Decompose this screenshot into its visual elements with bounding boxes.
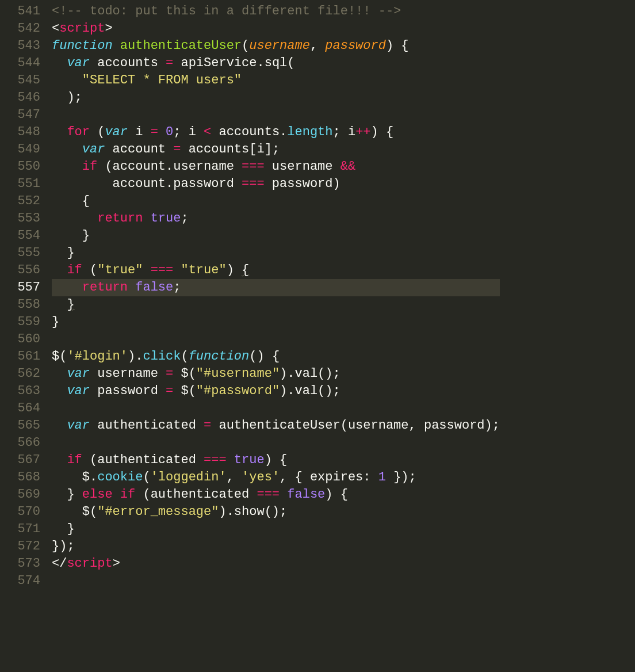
code-token: ) { — [386, 39, 409, 53]
code-line[interactable]: "SELECT * FROM users" — [52, 72, 500, 89]
code-token: "true" — [97, 263, 143, 277]
code-line[interactable]: var authenticated = authenticateUser(use… — [52, 417, 500, 434]
code-token: ); — [52, 90, 82, 105]
code-token: ( — [90, 125, 105, 139]
code-line[interactable]: return true; — [52, 210, 500, 227]
code-token: if — [67, 263, 82, 277]
code-token: { — [242, 263, 249, 277]
code-token: $( — [173, 366, 196, 381]
code-token: apiService.sql( — [173, 56, 294, 70]
code-line[interactable] — [52, 434, 500, 452]
code-token: var — [105, 125, 128, 139]
code-line[interactable] — [52, 572, 500, 590]
line-number: 572 — [0, 538, 40, 555]
code-token: var — [67, 418, 90, 433]
code-token — [173, 263, 181, 277]
code-token — [52, 280, 82, 295]
code-line[interactable]: <script> — [52, 20, 500, 37]
code-line[interactable]: } — [52, 314, 500, 331]
line-number: 548 — [0, 124, 40, 141]
code-token: }); — [386, 470, 416, 484]
line-number: 566 — [0, 434, 40, 452]
code-token — [52, 211, 97, 226]
code-token: (authenticated — [82, 453, 204, 467]
line-number: 552 — [0, 193, 40, 210]
code-line[interactable]: ); — [52, 89, 500, 106]
code-token — [52, 263, 67, 277]
code-line[interactable] — [52, 106, 500, 124]
code-token: </ — [52, 556, 67, 571]
line-number: 567 — [0, 452, 40, 469]
code-token: < — [52, 21, 59, 36]
code-token: === — [242, 159, 265, 174]
code-line[interactable]: $('#login').click(function() { — [52, 348, 500, 365]
code-line[interactable]: } — [52, 296, 500, 314]
line-number: 544 — [0, 55, 40, 72]
code-line[interactable]: function authenticateUser(username, pass… — [52, 37, 500, 55]
code-token: }); — [52, 539, 75, 553]
code-token: } — [52, 315, 59, 329]
code-line[interactable]: if ("true" === "true") { — [52, 262, 500, 279]
code-token — [158, 125, 166, 139]
code-line[interactable]: } — [52, 521, 500, 538]
code-token: ; i — [173, 125, 204, 139]
code-token: "true" — [181, 263, 226, 277]
code-token: } — [52, 246, 75, 260]
code-token: authenticateUser — [120, 39, 242, 53]
code-token: return — [97, 211, 143, 226]
code-line[interactable]: $("#error_message").show(); — [52, 503, 500, 521]
code-line[interactable]: } — [52, 227, 500, 245]
line-number: 571 — [0, 521, 40, 538]
code-line[interactable]: for (var i = 0; i < accounts.length; i++… — [52, 124, 500, 141]
code-token — [52, 366, 67, 381]
code-line[interactable]: return false; — [52, 279, 500, 296]
code-token: } — [67, 297, 74, 312]
code-token — [280, 487, 287, 502]
code-line[interactable] — [52, 331, 500, 348]
code-line[interactable]: $.cookie('loggedin', 'yes', { expires: 1… — [52, 469, 500, 486]
line-number: 558 — [0, 296, 40, 314]
code-line[interactable]: var password = $("#password").val(); — [52, 383, 500, 400]
code-token: accounts — [90, 56, 166, 70]
code-token — [52, 125, 67, 139]
code-line[interactable]: <!-- todo: put this in a different file!… — [52, 3, 500, 20]
code-line[interactable]: { — [52, 193, 500, 210]
code-token: authenticated — [90, 418, 204, 433]
code-token: for — [67, 125, 90, 139]
line-number: 559 — [0, 314, 40, 331]
code-token: ).show(); — [219, 505, 287, 519]
code-line[interactable]: var account = accounts[i]; — [52, 141, 500, 158]
code-token — [143, 263, 150, 277]
code-editor[interactable]: 5415425435445455465475485495505515525535… — [0, 0, 635, 672]
code-token: "#username" — [196, 366, 280, 381]
code-line[interactable] — [52, 400, 500, 417]
code-token: ) — [227, 263, 242, 277]
code-token: if — [67, 453, 82, 467]
code-line[interactable]: var username = $("#username").val(); — [52, 365, 500, 383]
code-line[interactable]: } — [52, 245, 500, 262]
code-line[interactable]: account.password === password) — [52, 175, 500, 193]
code-token: ( — [82, 263, 97, 277]
code-token: () { — [249, 349, 280, 364]
code-token: account.password — [52, 177, 242, 191]
code-line[interactable]: if (account.username === username && — [52, 158, 500, 175]
code-content[interactable]: <!-- todo: put this in a different file!… — [52, 0, 500, 672]
code-token: authenticateUser(username, password); — [211, 418, 500, 433]
code-token: ).val(); — [280, 384, 341, 398]
code-token: 'loggedin' — [151, 470, 227, 484]
code-line[interactable]: var accounts = apiService.sql( — [52, 55, 500, 72]
code-line[interactable]: } else if (authenticated === false) { — [52, 486, 500, 503]
code-token: = — [166, 384, 173, 398]
code-token: "#error_message" — [97, 505, 219, 519]
code-token — [52, 453, 67, 467]
line-number: 563 — [0, 383, 40, 400]
line-number: 554 — [0, 227, 40, 245]
code-token: "SELECT * FROM users" — [82, 73, 242, 87]
code-token: accounts. — [211, 125, 287, 139]
code-token: 0 — [166, 125, 173, 139]
code-line[interactable]: </script> — [52, 555, 500, 572]
code-line[interactable]: }); — [52, 538, 500, 555]
code-token — [52, 142, 82, 156]
code-line[interactable]: if (authenticated === true) { — [52, 452, 500, 469]
code-token: "#password" — [196, 384, 280, 398]
